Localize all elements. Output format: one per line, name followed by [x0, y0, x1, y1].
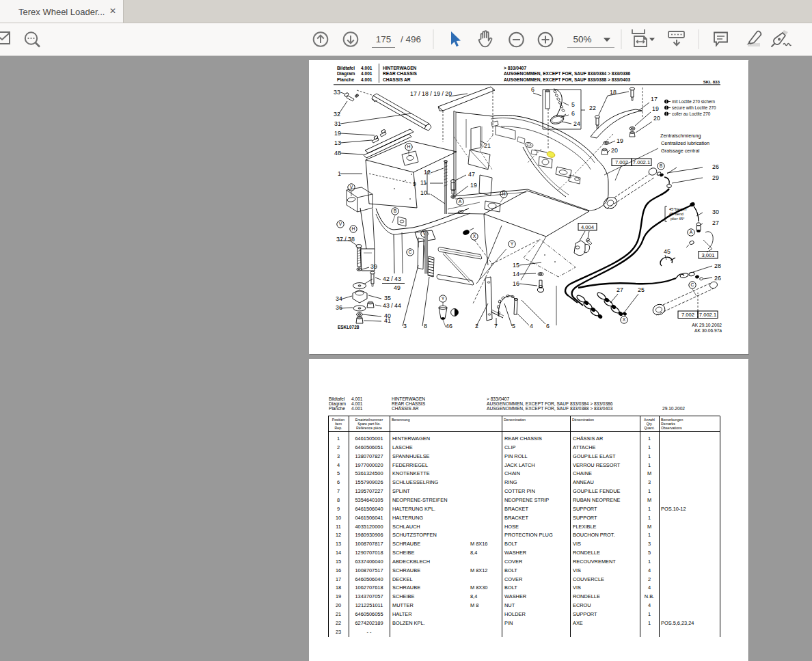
svg-text:CHÄSSIS AR: CHÄSSIS AR: [392, 406, 419, 411]
svg-text:28: 28: [714, 262, 721, 269]
svg-text:coller au Loctite 270: coller au Loctite 270: [672, 111, 711, 116]
svg-text:1: 1: [648, 532, 651, 538]
svg-text:1008707817: 1008707817: [355, 541, 383, 547]
svg-text:7: 7: [494, 323, 498, 329]
svg-text:VIS: VIS: [573, 541, 581, 547]
svg-text:A: A: [690, 230, 693, 234]
svg-text:7.002.1: 7.002.1: [633, 159, 650, 165]
svg-text:V: V: [339, 221, 342, 226]
svg-text:4.001: 4.001: [361, 77, 373, 82]
svg-text:C: C: [691, 282, 694, 287]
svg-text:10: 10: [420, 189, 427, 196]
svg-text:Benennung: Benennung: [392, 418, 410, 422]
svg-text:H: H: [352, 226, 355, 231]
svg-text:1: 1: [337, 435, 340, 442]
svg-text:REAR CHASSIS: REAR CHASSIS: [383, 71, 417, 76]
svg-text:15: 15: [336, 558, 341, 565]
svg-text:JACK LATCH: JACK LATCH: [504, 462, 535, 468]
svg-text:35: 35: [384, 295, 391, 301]
svg-text:HINTERWAGEN: HINTERWAGEN: [392, 435, 430, 442]
svg-text:AK 30.06.97a: AK 30.06.97a: [694, 328, 722, 333]
svg-text:plier 45°: plier 45°: [671, 217, 685, 221]
svg-text:34: 34: [336, 295, 342, 302]
svg-text:1: 1: [648, 435, 651, 442]
svg-text:SCHLAUCH: SCHLAUCH: [392, 524, 420, 530]
svg-text:5354640105: 5354640105: [355, 497, 383, 503]
svg-text:LASCHE: LASCHE: [392, 444, 413, 450]
svg-text:WASHER: WASHER: [504, 593, 526, 599]
svg-text:secure with Loctite 270: secure with Loctite 270: [672, 105, 716, 110]
svg-text:A: A: [459, 199, 462, 204]
svg-text:19: 19: [470, 182, 477, 189]
svg-text:2: 2: [337, 444, 340, 450]
svg-text:CHASSIS AR: CHASSIS AR: [383, 77, 411, 82]
svg-text:Centralized lubrication: Centralized lubrication: [661, 140, 709, 146]
svg-text:REAR CHASSIS: REAR CHASSIS: [392, 401, 426, 406]
svg-text:ESKL0728: ESKL0728: [338, 325, 360, 329]
svg-text:M: M: [647, 524, 651, 530]
svg-text:1557909026: 1557909026: [355, 479, 383, 485]
svg-text:Observations: Observations: [661, 426, 682, 430]
svg-text:1343707057: 1343707057: [355, 593, 383, 599]
svg-text:19: 19: [336, 593, 341, 599]
svg-text:13: 13: [334, 139, 341, 146]
svg-text:6: 6: [337, 479, 340, 485]
svg-text:5: 5: [571, 101, 575, 108]
svg-text:7.002.1: 7.002.1: [699, 312, 716, 318]
svg-text:SPLINT: SPLINT: [392, 488, 410, 494]
svg-text:RUBAN NEOPRENE: RUBAN NEOPRENE: [573, 497, 620, 503]
svg-text:PIN: PIN: [504, 620, 513, 626]
svg-text:BRACKET: BRACKET: [504, 515, 528, 521]
svg-text:4.001: 4.001: [361, 66, 373, 70]
svg-text:PROTECTION PLUG: PROTECTION PLUG: [504, 532, 553, 538]
svg-text:1395707227: 1395707227: [355, 488, 383, 494]
svg-text:7.002: 7.002: [681, 312, 694, 318]
svg-text:RONDELLE: RONDELLE: [573, 550, 600, 556]
svg-text:50%: 50%: [573, 34, 591, 44]
svg-text:KNOTENKETTE: KNOTENKETTE: [392, 470, 430, 476]
svg-text:23: 23: [336, 629, 341, 635]
svg-text:3: 3: [648, 479, 651, 485]
svg-text:Y: Y: [511, 241, 514, 246]
svg-text:49: 49: [394, 284, 401, 291]
svg-text:N.B.: N.B.: [645, 593, 654, 599]
svg-text:15: 15: [513, 262, 519, 269]
svg-text:Y: Y: [442, 296, 445, 301]
svg-text:31: 31: [334, 120, 341, 127]
svg-text:8: 8: [424, 323, 427, 329]
svg-text:ECROU: ECROU: [573, 602, 591, 608]
svg-text:Graissage central: Graissage central: [661, 148, 700, 154]
svg-text:41: 41: [384, 317, 391, 324]
svg-text:mit Loctite 270 sichern: mit Loctite 270 sichern: [672, 99, 715, 104]
svg-text:COTTER PIN: COTTER PIN: [504, 488, 535, 494]
svg-text:17: 17: [651, 96, 658, 103]
svg-text:5: 5: [337, 470, 340, 476]
svg-text:X: X: [623, 317, 626, 322]
svg-text:21: 21: [336, 611, 341, 617]
svg-text:14: 14: [336, 550, 341, 556]
svg-text:SCHRAUBE: SCHRAUBE: [392, 567, 420, 574]
svg-text:43 / 44: 43 / 44: [383, 302, 401, 309]
svg-text:47: 47: [468, 171, 475, 178]
svg-text:Dénomination: Dénomination: [572, 418, 594, 422]
svg-text:5361324500: 5361324500: [355, 470, 383, 476]
svg-text:11: 11: [336, 524, 341, 530]
svg-text:COVER: COVER: [504, 576, 522, 582]
svg-text:SPANNHUELSE: SPANNHUELSE: [392, 453, 430, 459]
svg-text:26: 26: [714, 275, 721, 282]
svg-text:NUT: NUT: [504, 602, 515, 608]
svg-text:M: M: [647, 497, 651, 503]
svg-text:6460506055: 6460506055: [355, 611, 383, 617]
svg-text:HALTER: HALTER: [392, 611, 412, 617]
svg-text:1: 1: [648, 506, 651, 512]
svg-text:POS.5,6,23,24: POS.5,6,23,24: [661, 620, 694, 626]
svg-text:Denomination: Denomination: [504, 418, 526, 422]
svg-text:H: H: [407, 144, 411, 149]
svg-text:8,4: 8,4: [470, 593, 477, 599]
svg-text:FLEXIBLE: FLEXIBLE: [573, 524, 597, 530]
svg-text:RONDELLE: RONDELLE: [573, 593, 600, 599]
svg-text:- -: - -: [367, 629, 373, 635]
svg-text:1212251011: 1212251011: [355, 602, 383, 608]
svg-text:29.10.2002: 29.10.2002: [662, 406, 685, 411]
svg-text:POS.10-12: POS.10-12: [661, 506, 686, 512]
